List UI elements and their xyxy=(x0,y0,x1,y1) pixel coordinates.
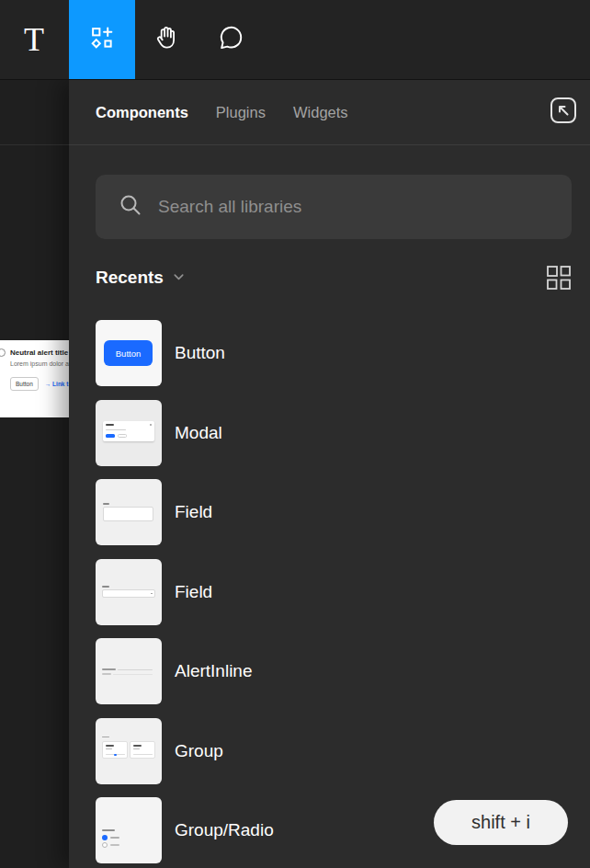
shortcut-badge: shift + i xyxy=(434,800,568,845)
thumbnail-button-chip: Button xyxy=(104,340,153,366)
radio-selected-icon xyxy=(102,835,108,840)
hand-tool-button[interactable] xyxy=(133,0,199,79)
comment-tool-button[interactable] xyxy=(198,0,264,79)
list-item-button[interactable]: Button Button xyxy=(69,320,590,400)
panel-tabs: Components Plugins Widgets xyxy=(96,80,348,144)
search-bar xyxy=(96,175,572,239)
radio-unselected-icon xyxy=(102,842,108,848)
modal-thumbnail xyxy=(96,400,162,466)
popout-panel-button[interactable] xyxy=(550,98,577,126)
popout-arrow-icon xyxy=(550,97,577,128)
alert-actions: Button → Link text xyxy=(10,377,69,391)
item-label: Field xyxy=(175,479,212,545)
chevron-down-icon[interactable] xyxy=(172,270,186,288)
item-label: Group xyxy=(175,718,223,784)
toolbar: T xyxy=(0,0,590,80)
item-label: Group/Radio xyxy=(175,797,274,863)
list-item-group[interactable]: Group xyxy=(69,718,590,798)
list-item-field[interactable]: Field xyxy=(69,559,590,639)
tab-widgets[interactable]: Widgets xyxy=(293,104,348,121)
tab-components[interactable]: Components xyxy=(96,104,188,121)
components-tool-button[interactable] xyxy=(69,0,135,79)
text-tool-button[interactable]: T xyxy=(1,0,67,79)
components-panel: Components Plugins Widgets Recents xyxy=(69,80,590,868)
alert-link[interactable]: → Link text xyxy=(45,381,69,387)
field-thumbnail xyxy=(96,479,162,545)
alert-title: Neutral alert title xyxy=(10,348,69,357)
item-label: AlertInline xyxy=(175,638,253,704)
list-item-alertinline[interactable]: AlertInline xyxy=(69,638,590,718)
canvas-area[interactable]: Neutral alert title Lorem ipsum dolor am… xyxy=(0,80,69,868)
alert-info-icon xyxy=(0,348,6,357)
group-thumbnail xyxy=(96,718,162,784)
recents-title[interactable]: Recents xyxy=(96,268,164,288)
alert-button[interactable]: Button xyxy=(10,377,39,391)
list-item-field[interactable]: Field xyxy=(69,479,590,559)
item-label: Button xyxy=(175,320,225,386)
button-thumbnail: Button xyxy=(96,320,162,386)
item-label: Modal xyxy=(175,400,222,466)
list-item-modal[interactable]: Modal xyxy=(69,400,590,480)
comment-bubble-icon xyxy=(216,23,245,56)
search-input[interactable] xyxy=(158,175,557,239)
item-label: Field xyxy=(175,559,212,625)
alertinline-thumbnail xyxy=(96,638,162,704)
search-icon xyxy=(118,192,143,222)
hand-icon xyxy=(152,23,181,56)
grid-view-button[interactable] xyxy=(546,265,572,291)
field-thumbnail xyxy=(96,559,162,625)
alert-body-text: Lorem ipsum dolor amet conse xyxy=(10,360,69,367)
canvas-alert-component[interactable]: Neutral alert title Lorem ipsum dolor am… xyxy=(0,340,69,417)
recents-list: Button Button Modal Fiel xyxy=(69,320,590,868)
recents-header: Recents xyxy=(96,264,572,291)
tab-plugins[interactable]: Plugins xyxy=(216,104,266,121)
components-icon xyxy=(90,26,115,54)
text-tool-icon: T xyxy=(24,23,44,56)
group-radio-thumbnail xyxy=(96,797,162,863)
